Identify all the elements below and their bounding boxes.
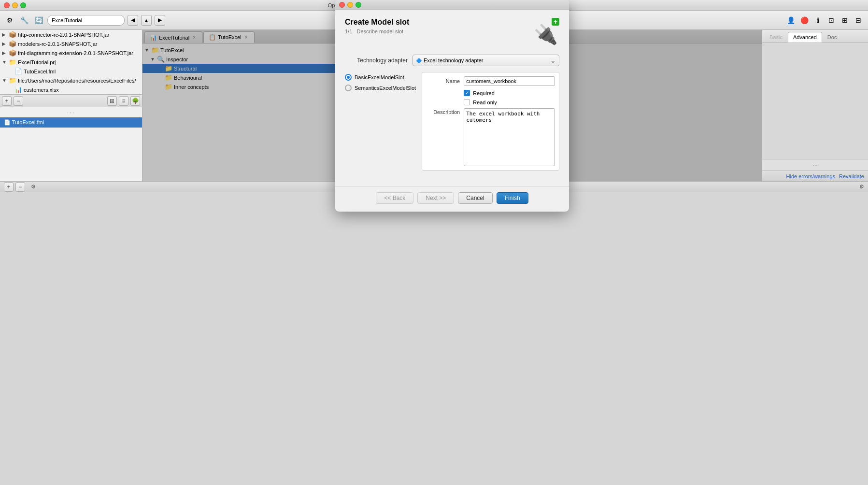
radio-semantics-excel-btn[interactable] — [345, 85, 352, 91]
xlsx-icon: 📊 — [14, 86, 22, 93]
toggle-icon: ▼ — [2, 59, 9, 65]
nav-back-button[interactable]: ◀ — [128, 15, 138, 26]
folder-icon: 📁 — [9, 58, 16, 66]
name-label: Name — [426, 78, 460, 84]
rpanel-doc-tab[interactable]: Doc — [822, 32, 842, 43]
tree-icon[interactable]: 🌳 — [130, 96, 140, 106]
left-panel: ▶ 📦 http-connector-rc-2.0.1-SNAPSHOT.jar… — [0, 30, 142, 181]
readonly-row: Read only — [426, 99, 555, 105]
info-icon[interactable]: ℹ — [812, 14, 824, 26]
tree-item-tutoexcel-fml[interactable]: 📄 TutoExcel.fml — [0, 67, 142, 76]
window-btn-3[interactable]: ⊟ — [853, 14, 864, 26]
right-panel-tabs: Basic Advanced Doc — [762, 30, 868, 43]
modal-close-btn[interactable] — [339, 2, 345, 8]
modal-window-controls[interactable] — [339, 2, 361, 8]
minimize-button[interactable] — [12, 2, 18, 8]
right-content-area: Create Model slot 1/1 Describe model slo… — [350, 43, 762, 181]
required-row: ✓ Required — [426, 90, 555, 96]
modal-plus-icon: + — [552, 18, 559, 26]
add-bottom-icon[interactable]: + — [2, 96, 12, 106]
tutoexcel-fml-item[interactable]: 📄 TutoExcel.fml — [0, 117, 142, 128]
toggle-icon: ▼ — [2, 78, 9, 83]
radio-basic-excel[interactable]: BasicExcelModelSlot — [345, 74, 416, 81]
tech-adapter-select[interactable]: 🔷 Excel technology adapter ⌄ — [413, 55, 559, 66]
remove-bottom-icon[interactable]: − — [14, 96, 23, 106]
modal-max-btn[interactable] — [356, 2, 361, 8]
modal-header: Create Model slot 1/1 Describe model slo… — [345, 18, 559, 45]
toolbar-icon-1[interactable]: ⚙ — [4, 14, 15, 26]
rpanel-basic-tab[interactable]: Basic — [764, 32, 788, 43]
radio-semantics-excel[interactable]: SemanticsExcelModelSlot — [345, 85, 416, 91]
nav-forward-button[interactable]: ▶ — [155, 15, 165, 26]
readonly-checkbox[interactable] — [464, 99, 470, 105]
name-row: Name — [426, 76, 555, 86]
file-tree: ▶ 📦 http-connector-rc-2.0.1-SNAPSHOT.jar… — [0, 30, 142, 94]
tree-item-customers-xlsx[interactable]: 📊 customers.xlsx — [0, 85, 142, 94]
modal-min-btn[interactable] — [347, 2, 353, 8]
finish-button[interactable]: Finish — [497, 192, 528, 204]
tech-adapter-arrow: ⌄ — [550, 57, 556, 64]
tech-adapter-icon: 🔷 — [416, 58, 422, 63]
modal-header-info: Create Model slot 1/1 Describe model slo… — [345, 18, 532, 34]
name-input[interactable] — [464, 76, 555, 86]
toolbar-icon-3[interactable]: 🔄 — [33, 14, 44, 26]
toolbar-icon-2[interactable]: 🔧 — [18, 14, 30, 26]
status-settings-icon[interactable]: ⚙ — [31, 184, 36, 190]
toolbar-right-icons: 👤 🔴 ℹ ⊡ ⊞ ⊟ — [785, 14, 864, 26]
toggle-icon: ▶ — [2, 50, 9, 56]
jar-icon: 📦 — [9, 40, 16, 47]
radio-basic-excel-label: BasicExcelModelSlot — [355, 74, 404, 80]
grid-icon[interactable]: ⊞ — [107, 96, 117, 106]
settings-icon[interactable]: 🔴 — [798, 14, 810, 26]
tree-item-file-resources[interactable]: ▼ 📁 file:/Users/mac/Repositories/resourc… — [0, 76, 142, 85]
radio-semantics-excel-label: SemanticsExcelModelSlot — [355, 85, 416, 91]
revalidate-link[interactable]: Revalidate — [839, 173, 864, 179]
tech-adapter-label: Technology adapter — [345, 57, 408, 64]
next-button[interactable]: Next >> — [417, 192, 454, 204]
modal-icon: + 🔌 — [532, 18, 559, 45]
window-controls[interactable] — [4, 2, 26, 8]
jar-icon: 📦 — [9, 49, 16, 57]
center-content: 📊 ExcelTutorial × 📋 TutoExcel × ▼ 📁 Tuto… — [142, 30, 762, 181]
tech-adapter-text: Excel technology adapter — [424, 57, 548, 63]
close-button[interactable] — [4, 2, 10, 8]
status-remove-icon[interactable]: − — [15, 182, 25, 192]
tree-item-fml[interactable]: ▶ 📦 fml-diagramming-extension-2.0.1-SNAP… — [0, 48, 142, 57]
create-model-slot-dialog: Create Model slot 1/1 Describe model slo… — [335, 0, 569, 212]
required-checkbox[interactable]: ✓ — [464, 90, 470, 96]
description-label: Description — [426, 108, 460, 115]
modal-plug-icon: 🔌 — [534, 23, 558, 46]
status-add-icon[interactable]: + — [4, 182, 14, 192]
tech-adapter-row: Technology adapter 🔷 Excel technology ad… — [345, 55, 559, 66]
right-panel: Basic Advanced Doc ··· Hide errors/warni… — [762, 30, 868, 181]
tree-item-http-connector[interactable]: ▶ 📦 http-connector-rc-2.0.1-SNAPSHOT.jar — [0, 30, 142, 39]
modal-step-desc: Describe model slot — [356, 29, 403, 34]
window-btn-2[interactable]: ⊞ — [839, 14, 851, 26]
search-input[interactable] — [47, 15, 125, 26]
status-bottom-right: ⚙ — [859, 184, 864, 190]
back-button[interactable]: << Back — [376, 192, 413, 204]
folder-icon: 📁 — [9, 77, 16, 84]
hide-errors-link[interactable]: Hide errors/warnings — [786, 173, 835, 179]
radio-basic-excel-btn[interactable] — [345, 74, 352, 81]
cancel-button[interactable]: Cancel — [458, 192, 492, 204]
user-icon[interactable]: 👤 — [785, 14, 797, 26]
status-bar-left: + − ⚙ — [4, 182, 36, 192]
tree-item-exceltutorial-prj[interactable]: ▼ 📁 ExcelTutorial.prj — [0, 57, 142, 67]
fml-icon-bottom: 📄 — [4, 119, 12, 125]
maximize-button[interactable] — [20, 2, 26, 8]
tree-item-modelers[interactable]: ▶ 📦 modelers-rc-2.0.1-SNAPSHOT.jar — [0, 39, 142, 48]
right-panel-dots: ··· — [812, 161, 818, 169]
left-bottom-panel: + − ⊞ ≡ 🌳 ··· 📄 TutoExcel.fml — [0, 94, 142, 181]
window-btn-1[interactable]: ⊡ — [825, 14, 837, 26]
list-icon[interactable]: ≡ — [119, 96, 128, 106]
modal-body: Create Model slot 1/1 Describe model slo… — [335, 10, 569, 186]
rpanel-advanced-tab[interactable]: Advanced — [788, 32, 822, 43]
description-textarea[interactable]: The excel workbook with cutomers — [464, 108, 555, 166]
right-panel-content — [762, 43, 868, 159]
nav-up-button[interactable]: ▲ — [141, 15, 152, 26]
required-label: Required — [473, 90, 495, 96]
modal-overlay: Create Model slot 1/1 Describe model slo… — [142, 30, 762, 181]
modal-step: 1/1 Describe model slot — [345, 29, 532, 34]
readonly-label: Read only — [473, 100, 497, 105]
